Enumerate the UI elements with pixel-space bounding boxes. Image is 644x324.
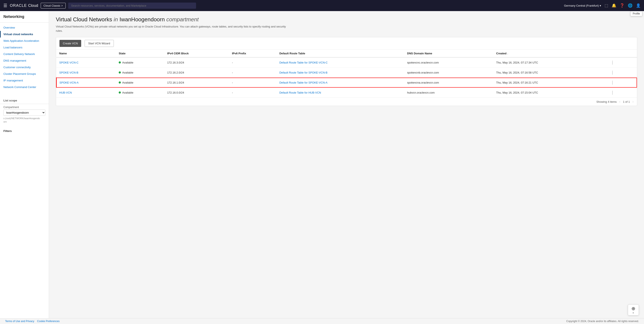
- cookie-link[interactable]: Cookie Preferences: [37, 320, 60, 323]
- ipv6-cell: -: [229, 57, 276, 68]
- row-menu-button[interactable]: ⋮: [609, 60, 616, 65]
- page-description: Virtual Cloud Networks (VCNs) are privat…: [56, 24, 290, 33]
- pagination-prev-button[interactable]: ‹: [619, 100, 620, 104]
- status-text: Available: [122, 81, 134, 84]
- help-fab-icon: ⊕: [632, 306, 635, 312]
- topnav-right: Germany Central (Frankfurt) ▾ ⬚ 🔔 ❓ 🌐 👤: [564, 3, 640, 8]
- vcn-name-link[interactable]: SPOKE-VCN-B: [59, 71, 78, 74]
- page-title: Virtual Cloud Networks in IwanHoogendoor…: [56, 16, 637, 23]
- pagination-info: 1 of 1: [623, 100, 630, 104]
- ipv6-cell: -: [229, 88, 276, 98]
- top-navigation: ☰ ORACLE Cloud Cloud Classic > Germany C…: [0, 0, 644, 11]
- table-row: SPOKE-VCN-AAvailable172.16.1.0/24-Defaul…: [56, 78, 637, 88]
- terms-link[interactable]: Terms of Use and Privacy: [5, 320, 34, 323]
- help-fab-button[interactable]: ⊕ ⠿: [628, 304, 639, 316]
- status-text: Available: [122, 71, 134, 74]
- column-ipv6[interactable]: IPv6 Prefix: [229, 50, 276, 57]
- status-text: Available: [122, 61, 134, 64]
- row-menu-button[interactable]: ⋮: [609, 70, 616, 75]
- dns-cell: spokevcnb.oraclevcn.com: [404, 68, 493, 78]
- sidebar-item-virtual-cloud-networks[interactable]: Virtual cloud networks: [0, 31, 49, 38]
- hamburger-menu-icon[interactable]: ☰: [4, 3, 7, 8]
- row-menu-button[interactable]: ⋮: [609, 80, 616, 85]
- sidebar-item-web-application-acceleration[interactable]: Web Application Acceleration: [0, 38, 49, 44]
- status-dot: [119, 62, 121, 64]
- page-title-prefix: Virtual Cloud Networks: [56, 16, 112, 22]
- status-dot: [119, 92, 121, 94]
- dns-cell: spokevcna.oraclevcn.com: [404, 78, 493, 88]
- oracle-text: ORACLE: [10, 4, 27, 8]
- table-footer: Showing 4 items ‹ 1 of 1 ›: [56, 98, 637, 106]
- ipv6-cell: -: [229, 78, 276, 88]
- vcn-table: Name State IPv4 CIDR Block IPv6 Prefix D…: [56, 50, 637, 98]
- created-cell: Thu, May 16, 2024, 07:16:58 UTC: [493, 68, 606, 78]
- ipv4-cell: 172.16.3.0/24: [164, 57, 229, 68]
- vcn-name-link[interactable]: HUB-VCN: [59, 91, 72, 94]
- status-dot: [119, 72, 121, 74]
- sidebar-item-load-balancers[interactable]: Load balancers: [0, 44, 49, 51]
- sidebar: Networking Overview Virtual cloud networ…: [0, 11, 49, 324]
- page-title-in: in: [114, 16, 118, 22]
- column-state[interactable]: State: [116, 50, 164, 57]
- list-scope-divider: [0, 104, 49, 104]
- help-icon[interactable]: ❓: [620, 3, 624, 8]
- bell-icon[interactable]: 🔔: [612, 3, 616, 8]
- footer-links: Terms of Use and Privacy Cookie Preferen…: [5, 320, 60, 323]
- dns-cell: spokevcnc.oraclevcn.com: [404, 57, 493, 68]
- column-route-table[interactable]: Default Route Table: [276, 50, 404, 57]
- globe-icon[interactable]: 🌐: [628, 3, 632, 8]
- compartment-path2: orn: [0, 120, 49, 124]
- region-label: Germany Central (Frankfurt): [564, 4, 599, 7]
- vcn-table-container: Create VCN Start VCN Wizard Name State I…: [56, 37, 637, 106]
- column-created[interactable]: Created: [493, 50, 606, 57]
- sidebar-item-content-delivery-network[interactable]: Content Delivery Network: [0, 51, 49, 57]
- user-avatar[interactable]: 👤: [636, 3, 640, 8]
- main-content: Virtual Cloud Networks in IwanHoogendoor…: [49, 11, 644, 324]
- route-table-link[interactable]: Default Route Table for SPOKE-VCN-B: [280, 71, 328, 74]
- status-dot: [119, 82, 121, 84]
- column-name[interactable]: Name: [56, 50, 116, 57]
- table-row: HUB-VCNAvailable172.16.0.0/24-Default Ro…: [56, 88, 637, 98]
- sidebar-item-overview[interactable]: Overview: [0, 24, 49, 31]
- pagination-next-button[interactable]: ›: [632, 100, 634, 104]
- compartment-select[interactable]: IwanHoogendoorn: [4, 110, 46, 116]
- cloud-text: Cloud: [28, 4, 38, 8]
- ipv4-cell: 172.16.1.0/24: [164, 78, 229, 88]
- table-row: SPOKE-VCN-BAvailable172.16.2.0/24-Defaul…: [56, 68, 637, 78]
- create-vcn-button[interactable]: Create VCN: [60, 40, 81, 47]
- page-title-suffix: compartment: [166, 16, 198, 22]
- profile-tooltip: Profile: [630, 11, 642, 16]
- created-cell: Thu, May 16, 2024, 07:15:04 UTC: [493, 88, 606, 98]
- sidebar-item-dns-management[interactable]: DNS management: [0, 57, 49, 64]
- route-table-link[interactable]: Default Route Table for SPOKE-VCN-C: [280, 61, 328, 64]
- status-text: Available: [122, 91, 134, 94]
- ipv6-cell: -: [229, 68, 276, 78]
- sidebar-item-ip-management[interactable]: IP management: [0, 77, 49, 84]
- page-title-compartment: IwanHoogendoorn: [120, 16, 165, 22]
- column-ipv4[interactable]: IPv4 CIDR Block: [164, 50, 229, 57]
- column-actions: [606, 50, 637, 57]
- sidebar-title: Networking: [0, 14, 49, 22]
- cloud-classic-button[interactable]: Cloud Classic >: [41, 3, 66, 8]
- created-cell: Thu, May 16, 2024, 07:16:21 UTC: [493, 78, 606, 88]
- app-body: Networking Overview Virtual cloud networ…: [0, 11, 644, 324]
- created-cell: Thu, May 16, 2024, 07:17:34 UTC: [493, 57, 606, 68]
- search-input[interactable]: [68, 2, 196, 9]
- monitor-icon[interactable]: ⬚: [604, 3, 608, 8]
- sidebar-item-customer-connectivity[interactable]: Customer connectivity: [0, 64, 49, 70]
- row-menu-button[interactable]: ⋮: [609, 90, 616, 95]
- sidebar-item-cluster-placement-groups[interactable]: Cluster Placement Groups: [0, 70, 49, 77]
- start-vcn-wizard-button[interactable]: Start VCN Wizard: [84, 40, 114, 47]
- copyright-text: Copyright © 2024, Oracle and/or its affi…: [566, 320, 639, 323]
- dns-cell: hubvcn.oraclevcn.com: [404, 88, 493, 98]
- vcn-name-link[interactable]: SPOKE-VCN-C: [59, 61, 78, 64]
- column-dns[interactable]: DNS Domain Name: [404, 50, 493, 57]
- table-actions: Create VCN Start VCN Wizard: [56, 37, 637, 50]
- route-table-link[interactable]: Default Route Table for HUB-VCN: [280, 91, 321, 94]
- route-table-link[interactable]: Default Route Table for SPOKE-VCN-A: [280, 81, 328, 84]
- compartment-label: Compartment: [0, 106, 49, 109]
- region-selector[interactable]: Germany Central (Frankfurt) ▾: [564, 4, 601, 7]
- vcn-name-link[interactable]: SPOKE-VCN-A: [60, 81, 79, 84]
- table-body: SPOKE-VCN-CAvailable172.16.3.0/24-Defaul…: [56, 57, 637, 98]
- sidebar-item-network-command-center[interactable]: Network Command Center: [0, 84, 49, 90]
